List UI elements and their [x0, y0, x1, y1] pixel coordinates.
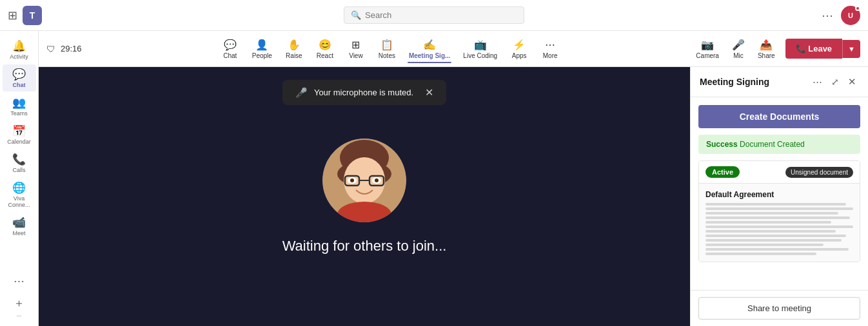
- share-icon: 📤: [760, 39, 773, 51]
- meeting-nav: 💬 Chat 👤 People ✋ Raise 😊 React: [92, 35, 689, 63]
- share-control[interactable]: 📤 Share: [753, 35, 780, 63]
- teams-icon: 👥: [12, 96, 26, 110]
- doc-line: [705, 212, 838, 215]
- sidebar-item-label: ...: [17, 311, 22, 318]
- more-nav-icon: ⋯: [545, 39, 555, 51]
- nav-item-chat[interactable]: 💬 Chat: [215, 35, 246, 63]
- video-area: 🎤 Your microphone is muted. ✕: [39, 67, 690, 326]
- create-documents-button[interactable]: Create Documents: [698, 105, 860, 128]
- nav-item-label: People: [252, 52, 272, 59]
- panel-body: Create Documents Success Document Create…: [691, 97, 868, 290]
- sidebar: 🔔 Activity 💬 Chat 👥 Teams 📅 Calendar 📞 C…: [0, 31, 39, 326]
- nav-item-meeting-signing[interactable]: ✍ Meeting Sig...: [402, 35, 457, 63]
- success-label: Success: [706, 140, 738, 149]
- mute-text: Your microphone is muted.: [314, 88, 413, 97]
- call-timer: 29:16: [61, 44, 82, 53]
- nav-item-notes[interactable]: 📋 Notes: [371, 35, 402, 63]
- sidebar-item-activity[interactable]: 🔔 Activity: [3, 36, 36, 63]
- svg-point-10: [375, 178, 379, 182]
- document-section: Active Unsigned document Default Agreeme…: [698, 160, 860, 262]
- panel-more-button[interactable]: ⋯: [810, 75, 825, 89]
- nav-item-label: Meeting Sig...: [409, 52, 450, 59]
- nav-item-label: Apps: [512, 52, 527, 59]
- call-controls: 📷 Camera 🎤 Mic 📤 Share 📞 Leave ▼: [691, 35, 860, 63]
- status-dot: [855, 6, 860, 11]
- sidebar-item-chat[interactable]: 💬 Chat: [3, 64, 36, 91]
- sidebar-item-calendar[interactable]: 📅 Calendar: [3, 121, 36, 148]
- sidebar-item-label: Activity: [10, 53, 28, 60]
- sidebar-item-label: Teams: [10, 110, 28, 117]
- raise-nav-icon: ✋: [288, 39, 301, 51]
- leave-button-group: 📞 Leave ▼: [785, 39, 860, 59]
- doc-line: [705, 239, 842, 242]
- mic-icon: 🎤: [732, 39, 745, 51]
- viva-icon: 🌐: [12, 181, 26, 195]
- shield-icon: 🛡: [46, 44, 55, 54]
- sidebar-item-label: Viva Conne...: [5, 195, 34, 208]
- view-nav-icon: ⊞: [351, 39, 360, 51]
- sidebar-item-meet[interactable]: 📹 Meet: [3, 213, 36, 240]
- calendar-icon: 📅: [12, 124, 26, 138]
- camera-label: Camera: [696, 52, 719, 59]
- nav-item-label: React: [317, 52, 333, 59]
- camera-control[interactable]: 📷 Camera: [691, 35, 724, 63]
- user-avatar-circle: [322, 139, 406, 222]
- sidebar-item-viva[interactable]: 🌐 Viva Conne...: [3, 178, 36, 211]
- mute-close-button[interactable]: ✕: [425, 86, 433, 99]
- nav-item-react[interactable]: 😊 React: [310, 35, 340, 63]
- doc-line: [705, 207, 853, 210]
- global-search-bar[interactable]: 🔍: [344, 6, 524, 24]
- doc-line: [705, 244, 824, 246]
- activity-icon: 🔔: [12, 39, 26, 53]
- sidebar-item-label: Chat: [13, 82, 26, 88]
- signing-panel: Meeting Signing ⋯ ⤢ ✕ Create Documents S…: [690, 67, 868, 326]
- search-icon: 🔍: [351, 10, 361, 20]
- panel-expand-button[interactable]: ⤢: [829, 75, 842, 88]
- meeting-area: 🎤 Your microphone is muted. ✕: [39, 67, 868, 326]
- search-input[interactable]: [365, 10, 517, 20]
- user-avatar[interactable]: U: [841, 6, 860, 25]
- more-options-button[interactable]: ⋯: [819, 6, 836, 25]
- nav-item-more[interactable]: ⋯ More: [535, 35, 566, 63]
- nav-item-raise[interactable]: ✋ Raise: [279, 35, 310, 63]
- meeting-top-bar: 🛡 29:16 💬 Chat 👤 People ✋ Raise: [39, 31, 868, 67]
- teams-logo: T: [23, 6, 42, 25]
- calls-icon: 📞: [12, 153, 26, 166]
- leave-dropdown-button[interactable]: ▼: [842, 40, 860, 58]
- doc-status-bar: Active Unsigned document: [699, 161, 860, 183]
- doc-title: Default Agreement: [705, 190, 853, 199]
- share-label: Share: [758, 52, 775, 59]
- sidebar-item-teams[interactable]: 👥 Teams: [3, 93, 36, 120]
- live-coding-nav-icon: 📺: [474, 39, 487, 51]
- nav-item-view[interactable]: ⊞ View: [340, 35, 371, 63]
- nav-item-live-coding[interactable]: 📺 Live Coding: [457, 35, 504, 63]
- panel-footer: Share to meeting: [691, 290, 868, 326]
- mic-control[interactable]: 🎤 Mic: [727, 35, 750, 63]
- chat-icon: 💬: [12, 68, 26, 81]
- panel-close-button[interactable]: ✕: [845, 75, 859, 89]
- global-right-controls: ⋯ U: [819, 6, 860, 25]
- nav-item-people[interactable]: 👤 People: [246, 35, 279, 63]
- apps-nav-icon: ⚡: [513, 39, 526, 51]
- panel-header: Meeting Signing ⋯ ⤢ ✕: [691, 67, 868, 97]
- chat-nav-icon: 💬: [224, 39, 237, 51]
- doc-line: [705, 230, 836, 233]
- leave-button[interactable]: 📞 Leave: [785, 39, 842, 59]
- sidebar-item-label: Calendar: [7, 139, 31, 145]
- doc-preview[interactable]: Default Agreement: [699, 183, 860, 262]
- doc-line: [705, 253, 816, 255]
- nav-item-apps[interactable]: ⚡ Apps: [504, 35, 535, 63]
- svg-point-9: [350, 178, 354, 182]
- muted-mic-icon: 🎤: [295, 87, 308, 99]
- success-banner: Success Document Created: [698, 135, 860, 154]
- doc-line: [705, 221, 831, 224]
- nav-item-label: Raise: [286, 52, 302, 59]
- nav-item-label: Live Coding: [463, 52, 497, 59]
- doc-text-lines: [705, 203, 853, 255]
- sidebar-item-calls[interactable]: 📞 Calls: [3, 149, 36, 177]
- grid-menu-button[interactable]: ⊞: [8, 8, 17, 23]
- global-bar: ⊞ T 🔍 ⋯ U: [0, 0, 868, 31]
- sidebar-more-button[interactable]: ⋯: [3, 271, 36, 291]
- share-to-meeting-button[interactable]: Share to meeting: [698, 297, 860, 320]
- sidebar-item-apps[interactable]: ＋ ...: [3, 292, 36, 321]
